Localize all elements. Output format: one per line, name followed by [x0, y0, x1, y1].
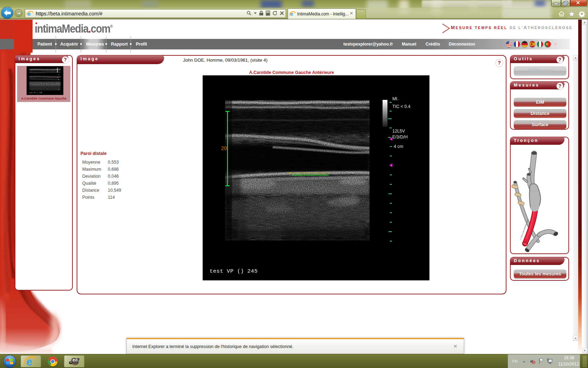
svg-text:12L5V: 12L5V — [392, 129, 405, 134]
svg-text:TIC < 0.4: TIC < 0.4 — [392, 104, 411, 109]
svg-text:test VP () 245: test VP () 245 — [29, 92, 42, 94]
svg-text:test VP () 245: test VP () 245 — [210, 268, 258, 274]
svg-text:E/3/D/H: E/3/D/H — [392, 135, 408, 139]
svg-text:MI.: MI. — [392, 96, 398, 101]
svg-text:20: 20 — [221, 145, 227, 151]
svg-text:4 cm: 4 cm — [394, 144, 403, 149]
